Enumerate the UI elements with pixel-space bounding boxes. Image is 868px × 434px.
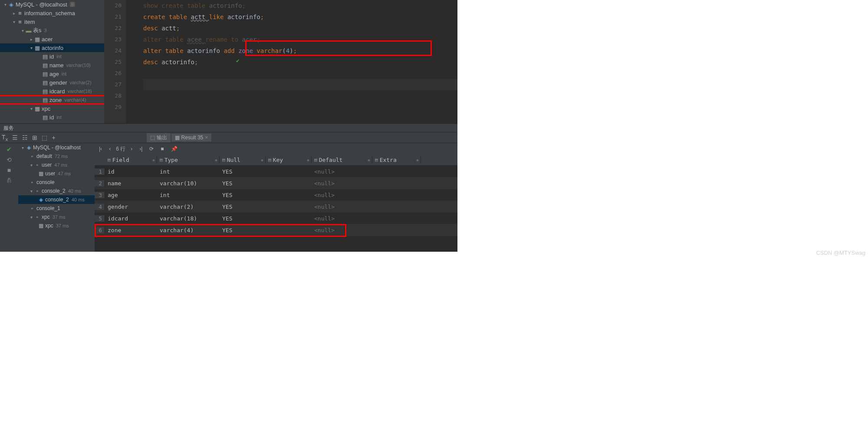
sql-editor[interactable]: 20 21 22 23 24 25 26 27 28 29 ✔ show cre… [104, 0, 457, 123]
refresh-icon[interactable]: ⟳ [148, 146, 155, 152]
table-row[interactable]: 6zonevarchar(4)YES<null> [95, 224, 457, 236]
table-row[interactable]: 4gendervarchar(2)YES<null> [95, 201, 457, 213]
sort-icon[interactable]: ◆ [416, 158, 419, 162]
cell[interactable]: YES [220, 192, 266, 198]
cell[interactable]: YES [220, 215, 266, 222]
prev-page-icon[interactable]: ‹ [107, 146, 112, 152]
cell[interactable]: zone [105, 227, 157, 233]
table-label: actorinfo [42, 45, 63, 51]
cell[interactable]: varchar(2) [157, 204, 220, 210]
close-icon[interactable]: × [205, 135, 208, 141]
stop-icon[interactable]: ■ [159, 146, 165, 152]
cell[interactable]: <null> [312, 204, 372, 210]
cell[interactable]: age [105, 192, 157, 198]
cell[interactable]: <null> [312, 227, 372, 233]
schema-label: item [24, 19, 35, 25]
services-header[interactable]: 服务 [0, 123, 457, 132]
table-row[interactable]: 5idcardvarchar(18)YES<null> [95, 213, 457, 224]
grid-icon[interactable]: ⊞ [32, 134, 37, 141]
tx-icon[interactable]: Tx [2, 134, 8, 142]
cell[interactable]: int [157, 192, 220, 198]
filter-icon[interactable]: ⫚ [6, 177, 12, 184]
header-default[interactable]: ▤Default◆ [312, 157, 372, 163]
rollback-icon[interactable]: ☷ [22, 134, 28, 141]
svc-xpc[interactable]: ▾▫xpc37 ms [18, 213, 95, 221]
cell[interactable]: name [105, 180, 157, 187]
tab-label: Result 35 [181, 135, 204, 141]
cell[interactable]: YES [220, 227, 266, 233]
header-field[interactable]: ▤Field◆ [105, 157, 157, 163]
tree-connection[interactable]: ▾ ◈ MySQL - @localhost 8 [0, 0, 104, 9]
svc-console[interactable]: ▫console [18, 178, 95, 187]
header-extra[interactable]: ▤Extra◆ [372, 157, 421, 163]
add-icon[interactable]: + [52, 134, 55, 141]
cell[interactable]: id [105, 168, 157, 175]
tree-table-xpc[interactable]: ▾ ▦ xpc [0, 104, 104, 113]
tree-col-idcard[interactable]: ▤ idcard varchar(18) [0, 87, 104, 95]
svc-console2-inner[interactable]: ◈console_240 ms [18, 195, 95, 204]
cell[interactable]: varchar(4) [157, 227, 220, 233]
cell[interactable]: YES [220, 168, 266, 175]
first-page-icon[interactable]: |‹ [97, 146, 104, 152]
cell[interactable]: <null> [312, 168, 372, 175]
svc-console1[interactable]: ▫console_1 [18, 204, 95, 213]
export-icon[interactable]: ⬚ [42, 134, 47, 141]
database-tree[interactable]: ▾ ◈ MySQL - @localhost 8 ▸ ≡ information… [0, 0, 104, 123]
stop-icon[interactable]: ■ [7, 167, 11, 174]
svc-default[interactable]: ▫default72 ms [18, 152, 95, 161]
column-type: varchar(18) [67, 89, 92, 94]
tree-col-gender[interactable]: ▤ gender varchar(2) [0, 78, 104, 87]
console-icon: ▫ [34, 214, 41, 220]
tab-result[interactable]: ▦Result 35× [171, 134, 212, 141]
tree-col-name[interactable]: ▤ name varchar(10) [0, 61, 104, 69]
pin-icon[interactable]: 📌 [169, 146, 179, 152]
svc-xpc-inner[interactable]: ▦xpc37 ms [18, 221, 95, 230]
chevron-down-icon: ▾ [29, 106, 34, 111]
code-area[interactable]: show create table actorinfo; create tabl… [126, 0, 457, 123]
sort-icon[interactable]: ◆ [307, 158, 309, 162]
header-key[interactable]: ▤Key◆ [266, 157, 312, 163]
tree-col-age[interactable]: ▤ age int [0, 69, 104, 78]
refresh-icon[interactable]: ⟲ [7, 156, 12, 163]
tree-col-xpc-id[interactable]: ▤ id int [0, 113, 104, 122]
cell[interactable]: int [157, 168, 220, 175]
svc-connection[interactable]: ▾◈MySQL - @localhost [18, 143, 95, 152]
tree-col-id[interactable]: ▤ id int [0, 52, 104, 61]
sort-icon[interactable]: ◆ [368, 158, 370, 162]
table-row[interactable]: 3ageintYES<null> [95, 189, 457, 201]
tree-col-zone[interactable]: ▤ zone varchar(4) [0, 95, 104, 104]
table-row[interactable]: 2namevarchar(10)YES<null> [95, 178, 457, 189]
header-type[interactable]: ▤Type◆ [157, 157, 220, 163]
cell[interactable]: YES [220, 204, 266, 210]
tree-tables-folder[interactable]: ▾ ▬ 表s 3 [0, 26, 104, 35]
sort-icon[interactable]: ◆ [215, 158, 217, 162]
cell[interactable]: <null> [312, 180, 372, 187]
table-row[interactable]: 1idintYES<null> [95, 166, 457, 178]
svc-user-inner[interactable]: ▦user47 ms [18, 169, 95, 178]
cell[interactable]: <null> [312, 215, 372, 222]
tab-output[interactable]: ⬚输出 [147, 133, 171, 142]
cell[interactable]: idcard [105, 215, 157, 222]
check-icon[interactable]: ✔ [7, 146, 12, 153]
tree-table-acer[interactable]: ▸ ▦ acer [0, 35, 104, 43]
editor-gutter: 20 21 22 23 24 25 26 27 28 29 [104, 0, 126, 123]
svc-user[interactable]: ▾▫user47 ms [18, 161, 95, 169]
column-type: varchar(2) [69, 80, 91, 85]
last-page-icon[interactable]: ›| [138, 146, 144, 152]
next-page-icon[interactable]: › [129, 146, 134, 152]
cell[interactable]: YES [220, 180, 266, 187]
tree-table-actorinfo[interactable]: ▾ ▦ actorinfo [0, 43, 104, 52]
cell[interactable]: varchar(18) [157, 215, 220, 222]
header-null[interactable]: ▤Null◆ [220, 157, 266, 163]
services-tree[interactable]: ▾◈MySQL - @localhost ▫default72 ms ▾▫use… [18, 143, 95, 252]
result-grid[interactable]: ▤Field◆ ▤Type◆ ▤Null◆ ▤Key◆ ▤Default◆ ▤E… [95, 155, 457, 236]
cell[interactable]: <null> [312, 192, 372, 198]
tree-item-schema[interactable]: ▾ ≡ item [0, 17, 104, 26]
commit-icon[interactable]: ☰ [12, 134, 18, 141]
sort-icon[interactable]: ◆ [261, 158, 263, 162]
cell[interactable]: gender [105, 204, 157, 210]
sort-icon[interactable]: ◆ [152, 158, 155, 162]
cell[interactable]: varchar(10) [157, 180, 220, 187]
svc-console2[interactable]: ▾▫console_240 ms [18, 187, 95, 195]
tree-info-schema[interactable]: ▸ ≡ information_schema [0, 9, 104, 17]
